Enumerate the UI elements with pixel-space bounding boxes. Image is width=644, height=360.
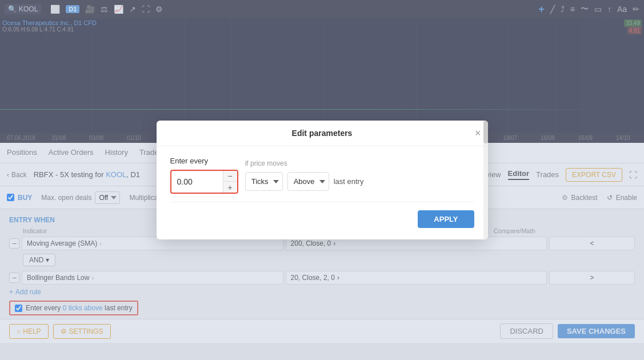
enter-every-section: Enter every − + — [170, 157, 238, 194]
modal-selects: Ticks Above last entry — [245, 172, 474, 191]
apply-button[interactable]: APPLY — [418, 210, 474, 228]
modal-close-button[interactable]: × — [475, 127, 481, 139]
stepper-minus-button[interactable]: − — [223, 171, 237, 182]
modal-overlay: Edit parameters × Enter every − + — [0, 0, 644, 360]
if-price-label: if price moves — [245, 159, 474, 167]
enter-every-input-group: − + — [170, 170, 238, 194]
last-entry-text: last entry — [334, 177, 364, 186]
modal-divider — [170, 202, 474, 202]
enter-every-input[interactable] — [171, 173, 223, 191]
enter-every-modal-label: Enter every — [170, 157, 238, 165]
modal-header: Edit parameters × — [157, 121, 488, 146]
edit-parameters-modal: Edit parameters × Enter every − + — [157, 121, 488, 239]
modal-title: Edit parameters — [292, 129, 353, 138]
modal-footer: APPLY — [170, 210, 474, 228]
modal-body: Enter every − + if price moves Ticks — [157, 146, 488, 239]
if-price-section: if price moves Ticks Above last entry — [245, 159, 474, 191]
enter-every-stepper: − + — [223, 171, 237, 193]
modal-main-row: Enter every − + if price moves Ticks — [170, 157, 474, 194]
ticks-select[interactable]: Ticks — [245, 172, 283, 191]
stepper-plus-button[interactable]: + — [223, 182, 237, 193]
direction-select[interactable]: Above — [287, 172, 329, 191]
